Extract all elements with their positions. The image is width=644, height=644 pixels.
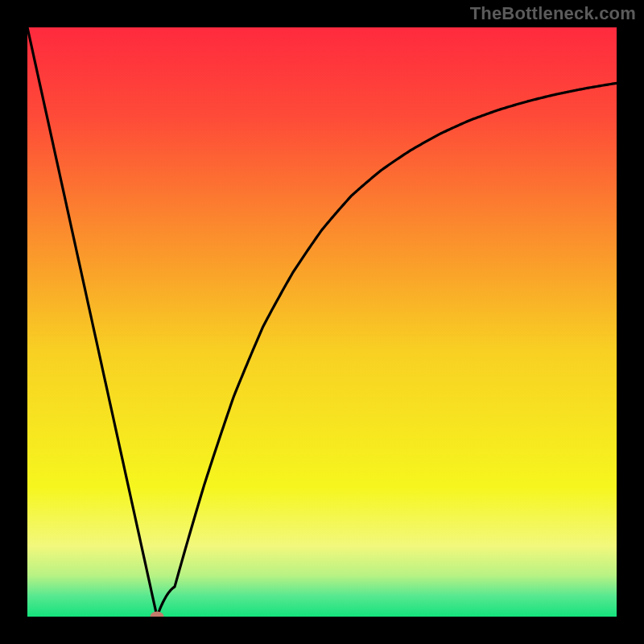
chart-svg (27, 27, 617, 617)
gradient-background (27, 27, 617, 617)
chart-frame: TheBottleneck.com (0, 0, 644, 644)
watermark-text: TheBottleneck.com (470, 3, 636, 24)
plot-area (27, 27, 617, 617)
